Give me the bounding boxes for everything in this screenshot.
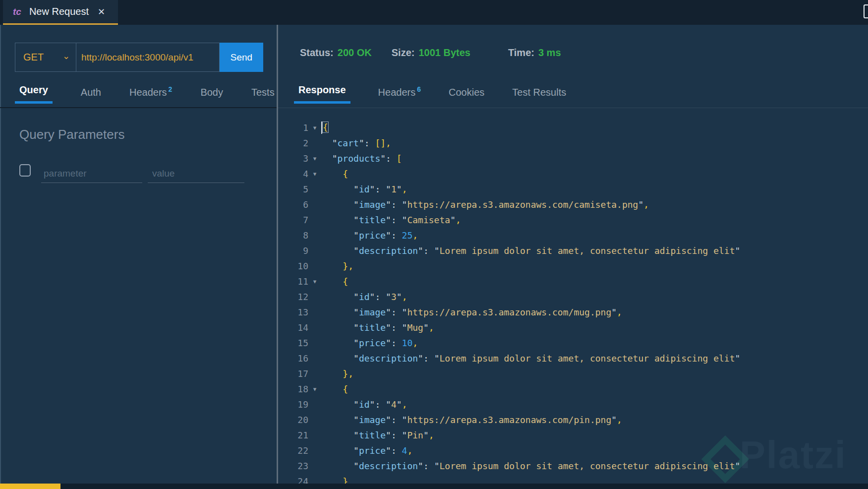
code-text: "id": "1", [321,184,407,194]
tab-tests-label: Tests [251,87,275,98]
size-value: 1001 Bytes [418,47,470,59]
code-line[interactable]: 14 "title": "Mug", [278,320,868,335]
headers-count-badge: 2 [169,85,173,93]
thunder-client-window: tc New Request ✕ GET ⌄ Send Query Auth H… [0,0,868,489]
tab-query[interactable]: Query [15,84,53,104]
fold-chevron-icon[interactable]: ▾ [308,278,321,285]
code-line[interactable]: 13 "image": "https://arepa.s3.amazonaws.… [278,305,868,320]
bottom-strip [0,484,868,489]
param-checkbox[interactable] [19,164,31,177]
line-number: 19 [278,399,308,410]
code-line[interactable]: 17 }, [278,366,868,381]
tab-auth[interactable]: Auth [81,87,101,104]
parameter-input[interactable] [41,165,142,183]
code-text: }, [321,261,353,271]
code-text: "title": "Camiseta", [321,215,461,225]
tab-response-headers[interactable]: Headers6 [378,85,421,104]
thunder-client-icon: tc [13,6,21,17]
code-line[interactable]: 1▾{ [278,120,868,135]
tab-response-label: Response [298,84,346,95]
fold-chevron-icon[interactable]: ▾ [308,170,321,178]
tab-headers[interactable]: Headers2 [129,85,172,104]
tab-body-label: Body [200,87,223,98]
line-number: 2 [278,138,308,148]
line-number: 20 [278,415,308,425]
line-number: 3 [278,153,308,164]
line-number: 23 [278,461,308,471]
tab-auth-label: Auth [81,87,101,98]
left-panel-divider [0,107,277,108]
tab-query-label: Query [19,84,48,95]
send-button[interactable]: Send [220,43,263,72]
query-parameters-title: Query Parameters [19,127,124,142]
bottom-scrollbar-thumb[interactable] [0,484,60,489]
tab-headers-label: Headers [129,87,167,98]
line-number: 22 [278,445,308,456]
code-line[interactable]: 8 "price": 25, [278,228,868,243]
line-number: 12 [278,292,308,302]
code-text: "price": 25, [321,230,418,241]
tab-response[interactable]: Response [294,84,350,104]
line-number: 18 [278,384,308,394]
code-text: "id": "3", [321,292,407,302]
code-line[interactable]: 10 }, [278,258,868,274]
code-line[interactable]: 19 "id": "4", [278,397,868,412]
code-text: "products": [ [321,153,402,164]
code-line[interactable]: 9 "description": "Lorem ipsum dolor sit … [278,243,868,258]
response-tabs: Response Headers6 Cookies Test Results [298,84,566,104]
fold-chevron-icon[interactable]: ▾ [308,155,321,162]
code-text: "description": "Lorem ipsum dolor sit am… [321,245,740,256]
code-line[interactable]: 6 "image": "https://arepa.s3.amazonaws.c… [278,197,868,212]
code-line[interactable]: 21 "title": "Pin", [278,428,868,443]
code-text: { [321,122,328,134]
url-input[interactable] [76,43,220,72]
line-number: 6 [278,199,308,210]
code-text: "description": "Lorem ipsum dolor sit am… [321,353,740,364]
code-line[interactable]: 5 "id": "1", [278,182,868,197]
window-corner-icon [864,4,868,18]
line-number: 1 [278,122,308,133]
response-status-bar: Status: 200 OK Size: 1001 Bytes Time: 3 … [300,47,561,59]
tab-tests[interactable]: Tests [251,87,275,104]
line-number: 16 [278,353,308,364]
time-label: Time: [508,47,534,59]
tab-test-results[interactable]: Test Results [512,87,566,104]
method-label: GET [23,52,44,63]
code-text: "image": "https://arepa.s3.amazonaws.com… [321,307,622,317]
line-number: 17 [278,368,308,379]
request-tab[interactable]: tc New Request ✕ [3,0,118,25]
tab-cookies-label: Cookies [449,87,484,98]
code-line[interactable]: 11▾ { [278,274,868,289]
fold-chevron-icon[interactable]: ▾ [308,124,321,131]
value-input[interactable] [148,165,244,183]
code-line[interactable]: 23 "description": "Lorem ipsum dolor sit… [278,458,868,474]
line-number: 4 [278,169,308,179]
code-text: "cart": [], [321,138,391,148]
method-select[interactable]: GET ⌄ [15,43,76,72]
close-icon[interactable]: ✕ [98,6,105,17]
code-text: "image": "https://arepa.s3.amazonaws.com… [321,415,622,425]
chevron-down-icon: ⌄ [62,54,70,59]
code-line[interactable]: 2 "cart": [], [278,135,868,151]
code-line[interactable]: 3▾ "products": [ [278,151,868,166]
code-line[interactable]: 20 "image": "https://arepa.s3.amazonaws.… [278,412,868,428]
code-text: { [321,169,348,179]
tab-response-headers-label: Headers [378,87,416,98]
tab-cookies[interactable]: Cookies [449,87,484,104]
code-line[interactable]: 4▾ { [278,166,868,182]
code-line[interactable]: 12 "id": "3", [278,289,868,305]
code-line[interactable]: 16 "description": "Lorem ipsum dolor sit… [278,351,868,366]
tab-body[interactable]: Body [200,87,223,104]
response-editor[interactable]: 1▾{2 "cart": [],3▾ "products": [4▾ {5 "i… [278,120,868,489]
line-number: 14 [278,322,308,333]
code-text: { [321,384,348,394]
code-line[interactable]: 15 "price": 10, [278,335,868,351]
time-item: Time: 3 ms [508,47,561,59]
code-line[interactable]: 18▾ { [278,381,868,397]
status-value: 200 OK [338,47,372,59]
code-line[interactable]: 22 "price": 4, [278,443,868,458]
request-tabs: Query Auth Headers2 Body Tests [19,84,275,104]
code-text: "price": 10, [321,338,418,348]
fold-chevron-icon[interactable]: ▾ [308,385,321,393]
code-line[interactable]: 7 "title": "Camiseta", [278,212,868,228]
